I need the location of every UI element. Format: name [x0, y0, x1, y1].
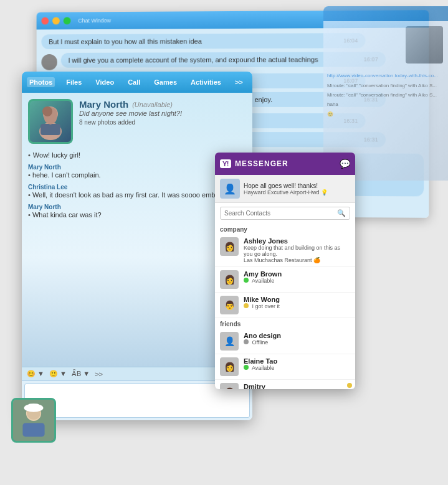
- message-text-3: What kinda car was it?: [32, 211, 102, 219]
- yahoo-status-info: Hope all goes well! thanks! Hayward Excu…: [244, 182, 350, 195]
- status-dot-amy: [244, 278, 249, 283]
- svg-rect-3: [41, 124, 60, 135]
- contact-name-elaine: Elaine Tao: [244, 357, 350, 365]
- contact-ano-design[interactable]: 👤 Ano design Offline: [215, 329, 355, 354]
- profile-name: Mary North: [79, 99, 128, 110]
- contact-info-amy: Amy Brown Available: [244, 270, 350, 284]
- yahoo-header: Y! MESSENGER 💬: [215, 153, 355, 175]
- contact-name-amy: Amy Brown: [244, 270, 350, 278]
- contact-status-amy: Available: [244, 278, 350, 284]
- status-dot-elaine: [244, 365, 249, 370]
- chat-avatar-2: [41, 54, 57, 70]
- message-bullet-0: • Wow! lucky girl!: [28, 151, 246, 159]
- yahoo-status-message: Hope all goes well! thanks!: [244, 182, 350, 189]
- yahoo-search-input[interactable]: [224, 210, 337, 217]
- tab-files[interactable]: Files: [64, 77, 84, 87]
- tab-call[interactable]: Call: [125, 77, 143, 87]
- svg-rect-10: [28, 404, 39, 410]
- contact-info-mike: Mike Wong I got over it: [244, 296, 350, 309]
- message-who-2: Christina Lee: [28, 184, 246, 191]
- contact-info-dmitry: Dmitry let it be: [244, 383, 350, 389]
- message-entry-2: Christina Lee • Well, it doesn't look as…: [28, 184, 246, 199]
- company-section-label: company: [215, 224, 355, 234]
- contact-avatar-ano: 👤: [220, 332, 239, 351]
- contact-avatar-amy: 👩: [220, 270, 239, 289]
- contact-avatar-elaine: 👩: [220, 357, 239, 376]
- search-icon: 🔍: [337, 209, 346, 217]
- message-entry-0: • Wow! lucky girl!: [28, 151, 246, 159]
- contact-name-ano: Ano design: [244, 332, 350, 339]
- svg-rect-7: [22, 423, 44, 436]
- message-text-1: But I must explain to you how all this m…: [49, 37, 202, 45]
- tab-photos[interactable]: Photos: [27, 77, 55, 87]
- contact-amy-brown[interactable]: 👩 Amy Brown Available: [215, 267, 355, 293]
- profile-update: 8 new photos added: [79, 119, 246, 126]
- message-who-1: Mary North: [28, 164, 246, 171]
- profile-photo: [28, 99, 73, 144]
- profile-photo-svg: [32, 103, 69, 140]
- tab-more[interactable]: >>: [232, 77, 245, 87]
- contact-status-mike: I got over it: [244, 303, 350, 309]
- yahoo-location: Hayward Excutive Airport-Hwd 💡: [244, 189, 350, 195]
- contact-avatar-mike: 👨: [220, 296, 239, 314]
- friends-section-label: friends: [215, 318, 355, 329]
- contact-ashley-jones[interactable]: 👩 Ashley Jones Keep doing that and build…: [215, 234, 355, 267]
- contact-avatar-ashley: 👩: [220, 237, 239, 256]
- profile-section: Mary North (Unavailable) Did anyone see …: [28, 99, 246, 144]
- contact-dmitry[interactable]: 👨 Dmitry let it be: [215, 380, 355, 389]
- contact-info-elaine: Elaine Tao Available: [244, 357, 350, 371]
- second-profile-svg: [13, 400, 54, 441]
- contact-avatar-dmitry: 👨: [220, 383, 239, 389]
- contact-mike-wong[interactable]: 👨 Mike Wong I got over it: [215, 293, 355, 318]
- maximize-button[interactable]: [64, 17, 71, 24]
- message-list: • Wow! lucky girl! Mary North • hehe. I …: [28, 151, 246, 219]
- tab-video[interactable]: Video: [93, 77, 117, 87]
- yahoo-logo: Y!: [220, 159, 231, 168]
- profile-status: (Unavailable): [132, 101, 173, 108]
- chat-bubble-icon[interactable]: 💬: [340, 159, 350, 169]
- contact-name-dmitry: Dmitry: [244, 383, 350, 389]
- contact-status-elaine: Available: [244, 365, 350, 371]
- message-text-2: Well, it doesn't look as bad as my first…: [32, 191, 242, 199]
- company-contacts-list: 👩 Ashley Jones Keep doing that and build…: [215, 234, 355, 318]
- tab-games[interactable]: Games: [151, 77, 179, 87]
- smiley-button[interactable]: 🙂 ▼: [49, 370, 67, 378]
- message-entry-1: Mary North • hehe. I can't complain.: [28, 164, 246, 179]
- window-title: Chat Window: [78, 17, 111, 24]
- yahoo-messenger-panel: Y! MESSENGER 💬 👤 Hope all goes well! tha…: [215, 153, 355, 389]
- friends-contacts-list: 👤 Ano design Offline 👩 Elaine Tao Availa…: [215, 329, 355, 389]
- yahoo-search-bar[interactable]: 🔍: [220, 207, 350, 220]
- profile-question: Did anyone see movie last night?!: [79, 110, 246, 117]
- tab-activities[interactable]: Activities: [188, 77, 224, 87]
- contact-name-mike: Mike Wong: [244, 296, 350, 303]
- profile-name-row: Mary North (Unavailable): [79, 99, 246, 110]
- minimize-button[interactable]: [52, 17, 60, 25]
- text-format-button[interactable]: A͆B ▼: [72, 370, 90, 378]
- contact-status-ashley: Keep doing that and building on this as …: [244, 245, 350, 257]
- contact-sub-ashley: Las Muchachas Restaurant 🍊: [244, 257, 350, 263]
- message-text-1: hehe. I can't complain.: [32, 171, 101, 179]
- contact-elaine-tao[interactable]: 👩 Elaine Tao Available: [215, 354, 355, 380]
- second-profile-photo: [11, 398, 56, 443]
- message-text-2: I will give you a complete account of th…: [69, 56, 318, 64]
- contact-info-ashley: Ashley Jones Keep doing that and buildin…: [244, 237, 350, 263]
- message-entry-3: Mary North • What kinda car was it?: [28, 204, 246, 219]
- profile-info: Mary North (Unavailable) Did anyone see …: [79, 99, 246, 126]
- message-who-3: Mary North: [28, 204, 246, 210]
- close-button[interactable]: [41, 17, 49, 25]
- contact-info-ano: Ano design Offline: [244, 332, 350, 346]
- yahoo-title: MESSENGER: [235, 159, 336, 168]
- contact-status-ano: Offline: [244, 339, 350, 346]
- svg-point-4: [42, 106, 52, 116]
- yahoo-status-bar: 👤 Hope all goes well! thanks! Hayward Ex…: [215, 175, 355, 203]
- more-tools-button[interactable]: >>: [95, 370, 103, 378]
- contact-name-ashley: Ashley Jones: [244, 237, 350, 245]
- message-text-0: Wow! lucky girl!: [33, 151, 80, 159]
- chat-tabs-bar: Photos Files Video Call Games Activities…: [22, 72, 252, 93]
- status-dot-ano: [244, 339, 249, 344]
- status-dot-mike: [244, 303, 249, 308]
- emoji-picker-button[interactable]: 😊 ▼: [27, 370, 44, 378]
- yahoo-self-avatar: 👤: [220, 179, 240, 199]
- chat-message-1: But I must explain to you how all this m…: [41, 33, 365, 49]
- message-input[interactable]: [24, 384, 250, 418]
